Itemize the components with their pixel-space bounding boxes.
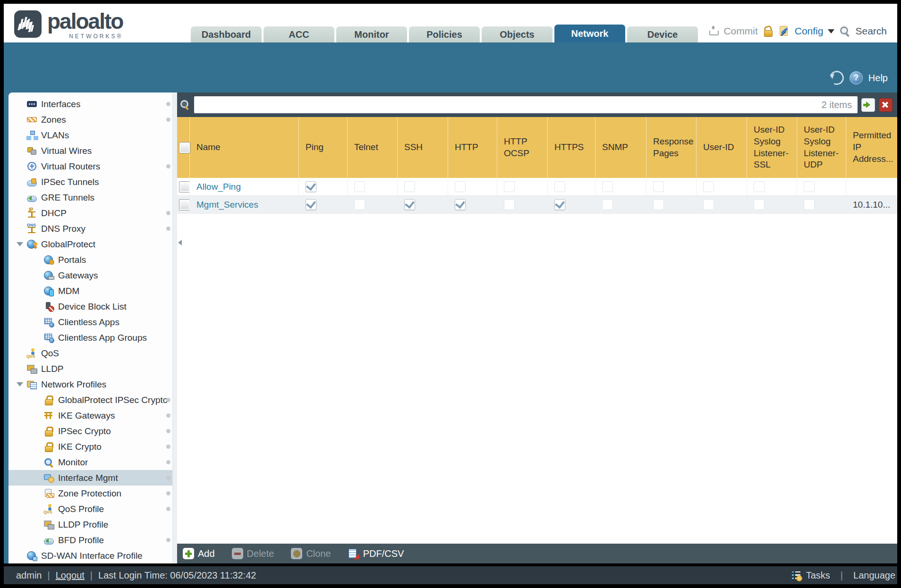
sidebar-item-vlans[interactable]: VLANs — [8, 127, 177, 143]
sidebar-item-globalprotect[interactable]: GlobalProtect — [8, 236, 177, 252]
sidebar-item-mdm[interactable]: MDM — [8, 283, 177, 299]
logout-link[interactable]: Logout — [56, 570, 85, 581]
sidebar-item-label: QoS Profile — [58, 504, 104, 514]
col-label: HTTPS — [554, 142, 584, 153]
sidebar-item-label: Zone Protection — [58, 488, 121, 499]
zones-icon — [26, 114, 37, 125]
sidebar-item-qos[interactable]: QoS — [8, 345, 177, 361]
tab-objects[interactable]: Objects — [482, 26, 552, 42]
sidebar-item-ipsec-crypto[interactable]: IPSec Crypto — [8, 423, 177, 439]
search-icon — [839, 25, 850, 37]
sidebar-item-label: IPSec Crypto — [58, 426, 111, 437]
col-label: Response Pages — [653, 136, 694, 159]
col-header-select — [177, 117, 190, 178]
sidebar-item-ike-gateways[interactable]: IKE Gateways — [8, 408, 177, 423]
sidebar-item-ike-crypto[interactable]: IKE Crypto — [8, 439, 177, 454]
clone-button[interactable]: Clone — [291, 548, 331, 559]
col-label: SNMP — [602, 142, 628, 153]
chevron-down-icon[interactable] — [828, 29, 834, 37]
sidebar-item-virtual-wires[interactable]: Virtual Wires — [8, 143, 177, 159]
col-header-user_id: User-ID — [697, 117, 747, 178]
commit-button[interactable]: Commit — [723, 25, 757, 37]
sidebar-item-interface-mgmt[interactable]: Interface Mgmt — [8, 470, 177, 486]
options-dot — [166, 102, 170, 106]
cell-permitted_ip — [846, 178, 897, 195]
sidebar-item-clientless-apps[interactable]: Clientless Apps — [8, 314, 177, 330]
delete-button[interactable]: Delete — [232, 548, 274, 559]
uid_syslog_ssl-unchecked-icon — [754, 199, 765, 210]
sidebar-item-device-block-list[interactable]: Device Block List — [8, 299, 177, 314]
tab-acc[interactable]: ACC — [264, 26, 334, 42]
telnet-unchecked-icon — [354, 199, 365, 210]
tab-dashboard[interactable]: Dashboard — [191, 26, 262, 42]
config-icon — [779, 25, 790, 37]
options-dot — [166, 445, 170, 449]
gateways-icon — [43, 270, 54, 281]
row-select-checkbox[interactable] — [179, 181, 190, 193]
profile-name-link[interactable]: Allow_Ping — [196, 182, 241, 192]
sidebar-item-zone-protection[interactable]: Zone Protection — [8, 486, 177, 501]
sidebar-scrollbar[interactable] — [172, 92, 177, 563]
tab-monitor[interactable]: Monitor — [336, 26, 407, 42]
sidebar-item-zones[interactable]: Zones — [8, 112, 177, 127]
cell-uid_syslog_ssl — [747, 178, 797, 195]
tab-policies[interactable]: Policies — [409, 26, 480, 42]
sidebar-item-portals[interactable]: Portals — [8, 252, 177, 268]
apply-filter-button[interactable] — [861, 98, 875, 112]
lock-icon[interactable] — [763, 25, 774, 37]
sidebar-item-gateways[interactable]: Gateways — [8, 268, 177, 283]
clear-filter-button[interactable] — [879, 98, 892, 112]
sidebar-item-interfaces[interactable]: Interfaces — [8, 96, 177, 112]
ike-gateways-icon — [43, 410, 54, 421]
cell-uid_syslog_udp — [797, 196, 846, 213]
col-header-response_pages: Response Pages — [646, 117, 697, 178]
select-all-checkbox[interactable] — [179, 142, 190, 153]
sidebar-collapse-icon[interactable] — [175, 240, 182, 245]
tasks-button[interactable]: Tasks — [806, 570, 830, 581]
row-select-checkbox[interactable] — [179, 199, 190, 210]
sidebar-item-bfd-profile[interactable]: BFD Profile — [8, 532, 177, 548]
sidebar-item-qos-profile[interactable]: QoS Profile — [8, 501, 177, 517]
sidebar-item-network-profiles[interactable]: Network Profiles — [8, 377, 177, 392]
expander-icon[interactable] — [17, 382, 23, 390]
sidebar-item-lldp-profile[interactable]: LLDP Profile — [8, 517, 177, 532]
sidebar-item-ipsec-tunnels[interactable]: IPSec Tunnels — [8, 174, 177, 190]
interface-mgmt-icon — [43, 472, 54, 483]
sidebar-item-gre-tunnels[interactable]: GRE Tunnels — [8, 190, 177, 205]
sidebar-item-label: VLANs — [41, 130, 69, 141]
sidebar-item-dhcp[interactable]: DHCP — [8, 205, 177, 221]
sidebar-item-monitor[interactable]: Monitor — [8, 454, 177, 470]
bottom-toolbar: AddDeleteClonePDF/CSV — [177, 544, 897, 563]
sidebar-item-clientless-app-groups[interactable]: Clientless App Groups — [8, 330, 177, 345]
sidebar-item-virtual-routers[interactable]: Virtual Routers — [8, 159, 177, 174]
help-link[interactable]: Help — [868, 73, 888, 84]
expander-icon[interactable] — [17, 242, 23, 250]
sidebar-item-lldp[interactable]: LLDP — [8, 361, 177, 377]
cell-response_pages — [646, 196, 697, 213]
toolbar-label: Clone — [306, 548, 331, 559]
cell-http_ocsp — [497, 178, 548, 195]
cell-telnet — [348, 178, 398, 195]
sidebar-item-globalprotect-ipsec-crypto[interactable]: GlobalProtect IPSec Crypto — [8, 392, 177, 408]
add-button[interactable]: Add — [183, 548, 215, 559]
paloalto-logo: paloalto NETWORKS® — [14, 10, 123, 39]
filter-bar: 2 items — [177, 92, 897, 117]
cell-name: Mgmt_Services — [190, 196, 299, 213]
profile-name-link[interactable]: Mgmt_Services — [196, 200, 258, 210]
add-icon — [183, 548, 194, 559]
lldp-icon — [26, 363, 37, 374]
refresh-icon[interactable] — [828, 69, 846, 87]
sidebar-item-label: Interfaces — [41, 99, 80, 109]
search-button[interactable]: Search — [855, 25, 887, 37]
filter-input[interactable] — [194, 98, 822, 112]
sidebar-item-sd-wan-interface-profile[interactable]: SD-WAN Interface Profile — [8, 548, 177, 563]
sidebar-item-dns-proxy[interactable]: DNS Proxy — [8, 221, 177, 236]
language-button[interactable]: Language — [853, 570, 895, 581]
paloalto-logo-icon — [14, 10, 42, 38]
help-icon[interactable]: ? — [850, 71, 863, 84]
tab-network[interactable]: Network — [554, 25, 625, 42]
pdf-csv-button[interactable]: PDF/CSV — [348, 548, 404, 559]
config-button[interactable]: Config — [795, 25, 824, 37]
tab-device[interactable]: Device — [627, 26, 698, 42]
http-unchecked-icon — [455, 181, 466, 192]
